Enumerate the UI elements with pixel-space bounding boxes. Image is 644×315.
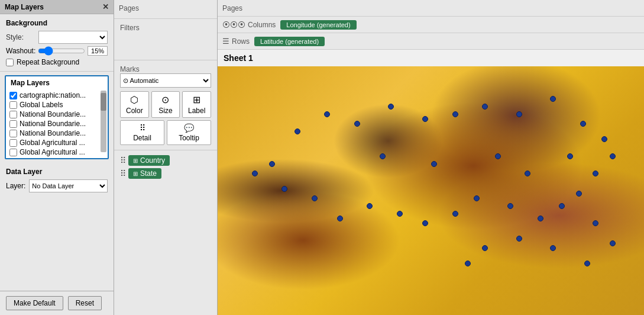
map-container [218, 66, 644, 315]
layer-checkbox-global-labels[interactable] [9, 101, 17, 109]
map-dot [610, 240, 616, 246]
tooltip-button[interactable]: 💬 Tooltip [167, 120, 211, 145]
pages-section: Pages [114, 0, 217, 19]
map-dot [516, 236, 522, 242]
layer-label: Layer: [6, 182, 25, 190]
rows-shelf: ☰ Rows Latitude (generated) [218, 33, 644, 50]
layer-checkbox-global-agri-2[interactable] [9, 149, 17, 156]
data-layer-select[interactable]: No Data Layer [29, 179, 108, 192]
map-dot [380, 153, 386, 159]
state-pill[interactable]: ⊞ State [128, 168, 161, 179]
background-title: Background [6, 19, 108, 27]
map-dot [397, 211, 403, 217]
columns-text: Columns [248, 21, 276, 29]
marks-type-select[interactable]: ⊙ Automatic Bar Line [120, 73, 211, 88]
washout-label: Washout: [6, 47, 35, 55]
layer-checkbox-cartographic[interactable] [9, 92, 17, 99]
marks-label: Marks [120, 65, 140, 73]
layer-label-national-2: National Boundarie... [20, 120, 86, 128]
pages-shelf-label: Pages [222, 4, 242, 12]
rows-pill[interactable]: Latitude (generated) [254, 37, 325, 46]
tooltip-icon: 💬 [184, 123, 194, 133]
filters-label: Filters [120, 24, 140, 32]
middle-panel: Pages Filters Marks ⊙ Automatic Bar Line… [114, 0, 218, 315]
map-dot [559, 203, 565, 209]
map-dot [584, 261, 590, 266]
detail-icon: ⠿ [140, 123, 145, 133]
columns-pill[interactable]: Longitude (generated) [280, 20, 356, 30]
size-button[interactable]: ⊙ Size [151, 91, 180, 118]
repeat-bg-row: Repeat Background [6, 58, 108, 66]
layer-item: Global Agricultural ... [8, 147, 105, 157]
close-button[interactable]: ✕ [102, 2, 109, 11]
size-icon: ⊙ [161, 94, 169, 105]
sheet-title: Sheet 1 [218, 50, 644, 66]
map-dot [538, 216, 543, 221]
marks-buttons-grid: ⬡ Color ⊙ Size ⊞ Label [120, 91, 211, 118]
washout-slider[interactable] [38, 46, 85, 56]
country-pill-icon: ⊞ [133, 158, 138, 164]
map-dot [516, 111, 522, 117]
map-dot [452, 111, 458, 117]
map-dot [324, 111, 330, 117]
layer-item: National Boundarie... [8, 119, 105, 128]
style-row: Style: Light Dark Normal [6, 31, 108, 44]
washout-value: 15% [88, 46, 108, 56]
scrollbar-thumb[interactable] [101, 93, 106, 111]
state-pill-icon: ⊞ [133, 171, 138, 177]
map-dot [422, 220, 428, 226]
color-button[interactable]: ⬡ Color [120, 91, 149, 118]
pages-label: Pages [119, 4, 139, 12]
map-dot [367, 203, 373, 209]
layer-label-cartographic: cartographic:nation... [20, 91, 86, 99]
bottom-buttons: Make Default Reset [0, 291, 114, 315]
layer-item: Global Labels [8, 100, 105, 110]
style-select[interactable]: Light Dark Normal [38, 31, 108, 44]
country-dots-icon: ⠿ [120, 156, 126, 165]
country-pill-label: Country [140, 156, 165, 165]
washout-row: Washout: 15% [6, 46, 108, 56]
map-dot [610, 153, 616, 159]
label-button[interactable]: ⊞ Label [182, 91, 211, 118]
marks-type-row: ⊙ Automatic Bar Line [120, 73, 211, 88]
make-default-button[interactable]: Make Default [6, 296, 63, 310]
layer-checkbox-national-1[interactable] [9, 111, 17, 118]
layer-checkbox-national-2[interactable] [9, 120, 17, 128]
map-dot [550, 96, 556, 102]
map-dot [495, 153, 501, 159]
layer-label-national-1: National Boundarie... [20, 110, 86, 118]
left-panel: Map Layers ✕ Background Style: Light Dar… [0, 0, 114, 315]
detail-label: Detail [133, 134, 151, 142]
label-label: Label [188, 107, 205, 115]
color-label: Color [126, 107, 143, 115]
tooltip-label: Tooltip [179, 134, 199, 142]
background-section: Background Style: Light Dark Normal Wash… [0, 14, 114, 72]
layer-label-global-labels: Global Labels [20, 101, 63, 109]
country-pill[interactable]: ⊞ Country [128, 155, 170, 166]
repeat-bg-checkbox[interactable] [6, 59, 14, 66]
map-dot [507, 203, 513, 209]
reset-button[interactable]: Reset [68, 296, 102, 310]
map-dot [281, 186, 287, 192]
detail-button[interactable]: ⠿ Detail [120, 120, 164, 145]
marks-section: Marks ⊙ Automatic Bar Line ⬡ Color ⊙ Siz… [114, 60, 217, 150]
map-layers-title: Map Layers [6, 76, 108, 89]
layer-checkbox-national-3[interactable] [9, 130, 17, 137]
layer-checkbox-global-agri-1[interactable] [9, 139, 17, 147]
layer-label-global-agri-2: Global Agricultural ... [20, 148, 85, 156]
layer-item: National Boundarie... [8, 128, 105, 138]
map-dot [576, 191, 582, 197]
layers-scrollbar[interactable] [101, 91, 106, 152]
map-background [218, 66, 644, 315]
repeat-bg-label: Repeat Background [17, 58, 79, 66]
country-field-row: ⠿ ⊞ Country [120, 155, 211, 166]
panel-header: Map Layers ✕ [0, 0, 114, 14]
state-dots-icon: ⠿ [120, 169, 126, 178]
layer-label-global-agri-1: Global Agricultural ... [20, 139, 85, 147]
columns-icon: ⦿⦿⦿ [222, 20, 245, 29]
map-dot [354, 121, 360, 127]
layer-row: Layer: No Data Layer [6, 179, 108, 192]
map-dot [465, 261, 471, 266]
map-dot [474, 195, 480, 201]
map-dot [312, 195, 318, 201]
